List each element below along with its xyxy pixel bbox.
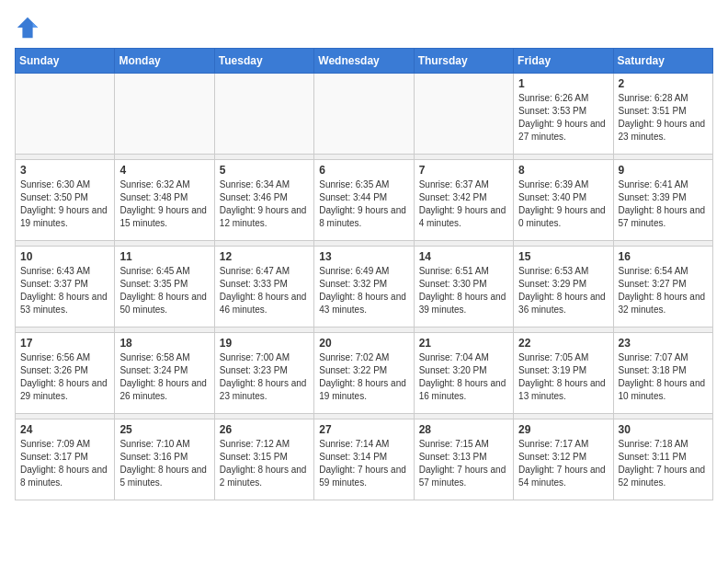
calendar-cell: 19Sunrise: 7:00 AM Sunset: 3:23 PM Dayli… (214, 333, 313, 414)
day-number: 5 (220, 164, 309, 177)
calendar-table: SundayMondayTuesdayWednesdayThursdayFrid… (15, 48, 713, 500)
day-info: Sunrise: 6:47 AM Sunset: 3:33 PM Dayligh… (220, 265, 309, 316)
logo-icon (15, 15, 40, 40)
calendar-week-row: 17Sunrise: 6:56 AM Sunset: 3:26 PM Dayli… (16, 333, 713, 414)
day-number: 27 (319, 423, 408, 436)
day-number: 15 (518, 250, 608, 263)
day-info: Sunrise: 7:17 AM Sunset: 3:12 PM Dayligh… (518, 438, 608, 489)
calendar-cell (16, 74, 115, 155)
calendar-cell (414, 74, 513, 155)
day-number: 13 (319, 250, 408, 263)
day-header-wednesday: Wednesday (314, 49, 414, 74)
calendar-week-row: 3Sunrise: 6:30 AM Sunset: 3:50 PM Daylig… (16, 160, 713, 241)
day-number: 25 (119, 423, 209, 436)
day-info: Sunrise: 6:51 AM Sunset: 3:30 PM Dayligh… (419, 265, 508, 316)
day-number: 9 (619, 164, 708, 177)
day-info: Sunrise: 7:14 AM Sunset: 3:14 PM Dayligh… (319, 438, 408, 489)
day-number: 2 (619, 77, 708, 90)
svg-marker-1 (33, 22, 39, 28)
day-number: 1 (518, 77, 608, 90)
calendar-cell: 22Sunrise: 7:05 AM Sunset: 3:19 PM Dayli… (514, 333, 613, 414)
day-info: Sunrise: 6:53 AM Sunset: 3:29 PM Dayligh… (518, 265, 608, 316)
day-number: 20 (319, 337, 408, 350)
day-number: 17 (20, 337, 109, 350)
day-number: 28 (419, 423, 508, 436)
day-info: Sunrise: 6:41 AM Sunset: 3:39 PM Dayligh… (619, 178, 708, 230)
day-info: Sunrise: 7:10 AM Sunset: 3:16 PM Dayligh… (119, 438, 209, 489)
calendar-cell: 25Sunrise: 7:10 AM Sunset: 3:16 PM Dayli… (115, 419, 214, 500)
calendar-cell: 7Sunrise: 6:37 AM Sunset: 3:42 PM Daylig… (414, 160, 513, 241)
calendar-cell: 21Sunrise: 7:04 AM Sunset: 3:20 PM Dayli… (414, 333, 513, 414)
day-number: 19 (220, 337, 309, 350)
day-number: 23 (619, 337, 708, 350)
day-info: Sunrise: 7:12 AM Sunset: 3:15 PM Dayligh… (220, 438, 309, 489)
day-info: Sunrise: 6:43 AM Sunset: 3:37 PM Dayligh… (20, 265, 109, 316)
calendar-cell: 14Sunrise: 6:51 AM Sunset: 3:30 PM Dayli… (414, 247, 513, 327)
day-info: Sunrise: 6:30 AM Sunset: 3:50 PM Dayligh… (20, 178, 109, 230)
logo (15, 15, 44, 40)
day-header-sunday: Sunday (16, 49, 115, 74)
calendar-week-row: 24Sunrise: 7:09 AM Sunset: 3:17 PM Dayli… (16, 419, 713, 500)
calendar-cell: 26Sunrise: 7:12 AM Sunset: 3:15 PM Dayli… (214, 419, 313, 500)
calendar-cell: 12Sunrise: 6:47 AM Sunset: 3:33 PM Dayli… (214, 247, 313, 327)
day-info: Sunrise: 6:32 AM Sunset: 3:48 PM Dayligh… (119, 178, 209, 230)
calendar-cell: 17Sunrise: 6:56 AM Sunset: 3:26 PM Dayli… (16, 333, 115, 414)
day-number: 18 (119, 337, 209, 350)
calendar-cell: 18Sunrise: 6:58 AM Sunset: 3:24 PM Dayli… (115, 333, 214, 414)
day-number: 26 (220, 423, 309, 436)
day-info: Sunrise: 7:00 AM Sunset: 3:23 PM Dayligh… (220, 351, 309, 403)
calendar-cell: 8Sunrise: 6:39 AM Sunset: 3:40 PM Daylig… (514, 160, 613, 241)
day-number: 7 (419, 164, 508, 177)
day-number: 10 (20, 250, 109, 263)
day-number: 4 (119, 164, 209, 177)
day-info: Sunrise: 6:58 AM Sunset: 3:24 PM Dayligh… (119, 351, 209, 403)
day-header-tuesday: Tuesday (214, 49, 313, 74)
day-number: 30 (619, 423, 708, 436)
calendar-cell: 24Sunrise: 7:09 AM Sunset: 3:17 PM Dayli… (16, 419, 115, 500)
day-info: Sunrise: 7:02 AM Sunset: 3:22 PM Dayligh… (319, 351, 408, 403)
calendar-cell: 28Sunrise: 7:15 AM Sunset: 3:13 PM Dayli… (414, 419, 513, 500)
calendar-week-row: 1Sunrise: 6:26 AM Sunset: 3:53 PM Daylig… (16, 74, 713, 155)
calendar-week-row: 10Sunrise: 6:43 AM Sunset: 3:37 PM Dayli… (16, 247, 713, 327)
day-info: Sunrise: 6:56 AM Sunset: 3:26 PM Dayligh… (20, 351, 109, 403)
day-info: Sunrise: 6:45 AM Sunset: 3:35 PM Dayligh… (119, 265, 209, 316)
day-header-saturday: Saturday (613, 49, 712, 74)
calendar-cell: 30Sunrise: 7:18 AM Sunset: 3:11 PM Dayli… (613, 419, 712, 500)
calendar-cell: 16Sunrise: 6:54 AM Sunset: 3:27 PM Dayli… (613, 247, 712, 327)
day-info: Sunrise: 6:49 AM Sunset: 3:32 PM Dayligh… (319, 265, 408, 316)
calendar-cell: 10Sunrise: 6:43 AM Sunset: 3:37 PM Dayli… (16, 247, 115, 327)
calendar-cell: 5Sunrise: 6:34 AM Sunset: 3:46 PM Daylig… (214, 160, 313, 241)
day-info: Sunrise: 6:54 AM Sunset: 3:27 PM Dayligh… (619, 265, 708, 316)
day-header-thursday: Thursday (414, 49, 513, 74)
day-number: 29 (518, 423, 608, 436)
calendar-cell: 27Sunrise: 7:14 AM Sunset: 3:14 PM Dayli… (314, 419, 414, 500)
day-number: 21 (419, 337, 508, 350)
day-number: 22 (518, 337, 608, 350)
calendar-cell (115, 74, 214, 155)
calendar-cell: 29Sunrise: 7:17 AM Sunset: 3:12 PM Dayli… (514, 419, 613, 500)
day-info: Sunrise: 7:09 AM Sunset: 3:17 PM Dayligh… (20, 438, 109, 489)
day-info: Sunrise: 6:35 AM Sunset: 3:44 PM Dayligh… (319, 178, 408, 230)
day-number: 12 (220, 250, 309, 263)
calendar-cell: 3Sunrise: 6:30 AM Sunset: 3:50 PM Daylig… (16, 160, 115, 241)
page-header (15, 15, 713, 40)
day-info: Sunrise: 6:34 AM Sunset: 3:46 PM Dayligh… (220, 178, 309, 230)
calendar-cell: 9Sunrise: 6:41 AM Sunset: 3:39 PM Daylig… (613, 160, 712, 241)
calendar-cell: 4Sunrise: 6:32 AM Sunset: 3:48 PM Daylig… (115, 160, 214, 241)
day-header-friday: Friday (514, 49, 613, 74)
day-number: 8 (518, 164, 608, 177)
calendar-header-row: SundayMondayTuesdayWednesdayThursdayFrid… (16, 49, 713, 74)
day-number: 6 (319, 164, 408, 177)
calendar-cell (214, 74, 313, 155)
calendar-cell: 2Sunrise: 6:28 AM Sunset: 3:51 PM Daylig… (613, 74, 712, 155)
day-info: Sunrise: 7:07 AM Sunset: 3:18 PM Dayligh… (619, 351, 708, 403)
day-info: Sunrise: 6:37 AM Sunset: 3:42 PM Dayligh… (419, 178, 508, 230)
calendar-cell: 11Sunrise: 6:45 AM Sunset: 3:35 PM Dayli… (115, 247, 214, 327)
day-number: 11 (119, 250, 209, 263)
calendar-cell (314, 74, 414, 155)
day-header-monday: Monday (115, 49, 214, 74)
day-number: 14 (419, 250, 508, 263)
day-number: 16 (619, 250, 708, 263)
calendar-cell: 23Sunrise: 7:07 AM Sunset: 3:18 PM Dayli… (613, 333, 712, 414)
day-info: Sunrise: 7:05 AM Sunset: 3:19 PM Dayligh… (518, 351, 608, 403)
